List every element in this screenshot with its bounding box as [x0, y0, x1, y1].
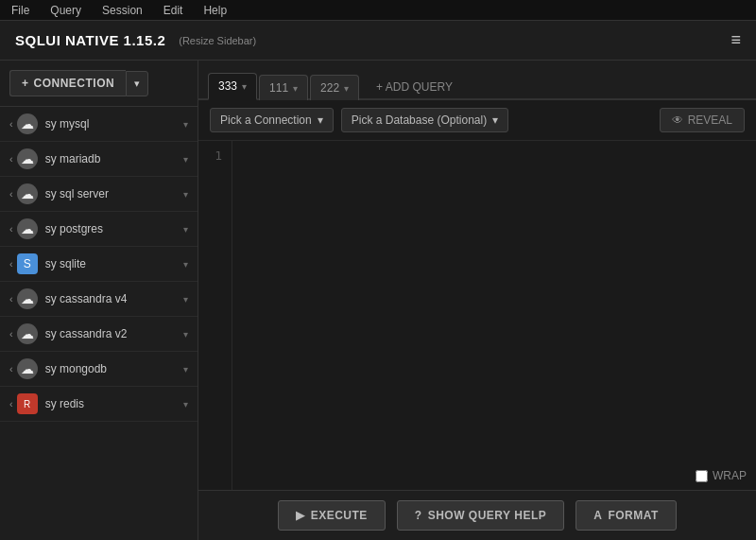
- chevron-icon-cassandrav4: ▾: [183, 294, 188, 305]
- format-icon: A: [593, 509, 602, 522]
- tab-222-label: 222: [320, 81, 339, 95]
- chevron-icon-redis: ▾: [183, 399, 188, 409]
- chevron-icon-mariadb: ▾: [183, 154, 188, 165]
- sidebar-item-cassandrav2[interactable]: ‹ ☁ sy cassandra v2 ▾: [0, 317, 198, 352]
- title-bar: SQLUI NATIVE 1.15.2 (Resize Sidebar) ≡: [0, 21, 756, 61]
- sidebar-item-mysql[interactable]: ‹ ☁ sy mysql ▾: [0, 107, 198, 142]
- connection-dropdown[interactable]: Pick a Connection ▾: [210, 108, 334, 132]
- sidebar-item-postgres[interactable]: ‹ ☁ sy postgres ▾: [0, 212, 198, 247]
- reveal-button[interactable]: 👁 REVEAL: [660, 108, 745, 132]
- sidebar-item-sqlite[interactable]: ‹ S sy sqlite ▾: [0, 247, 198, 282]
- sidebar-item-redis[interactable]: ‹ R sy redis ▾: [0, 387, 198, 422]
- cloud-icon-mariadb: ☁: [17, 148, 38, 169]
- connection-dropdown-label: Pick a Connection: [220, 113, 312, 127]
- show-help-label: SHOW QUERY HELP: [428, 509, 547, 522]
- tab-222[interactable]: 222 ▾: [310, 75, 359, 100]
- sidebar-label-cassandrav4: sy cassandra v4: [45, 292, 183, 305]
- hamburger-icon[interactable]: ≡: [730, 30, 741, 50]
- execute-button[interactable]: ▶ EXECUTE: [278, 500, 386, 531]
- query-area: Pick a Connection ▾ Pick a Database (Opt…: [198, 100, 756, 490]
- sidebar-item-cassandrav4[interactable]: ‹ ☁ sy cassandra v4 ▾: [0, 282, 198, 317]
- tab-111-chevron: ▾: [293, 83, 298, 94]
- sidebar-label-mongodb: sy mongodb: [45, 362, 183, 375]
- tab-111[interactable]: 111 ▾: [259, 75, 308, 100]
- menu-edit[interactable]: Edit: [160, 2, 187, 19]
- database-dropdown-label: Pick a Database (Optional): [352, 113, 487, 127]
- chevron-icon-cassandrav2: ▾: [183, 329, 188, 340]
- plus-icon: +: [22, 77, 29, 90]
- expand-icon-redis: ‹: [9, 398, 13, 409]
- menu-file[interactable]: File: [8, 2, 33, 19]
- connection-dropdown-arrow[interactable]: ▾: [126, 71, 148, 96]
- expand-icon-sqlite: ‹: [9, 258, 13, 270]
- add-query-button[interactable]: + ADD QUERY: [367, 76, 462, 98]
- tab-333-chevron: ▾: [242, 81, 247, 92]
- line-number-1: 1: [208, 148, 222, 163]
- reveal-label: REVEAL: [688, 113, 732, 127]
- connection-button-label: CONNECTION: [34, 77, 115, 90]
- expand-icon-mysql: ‹: [9, 118, 13, 130]
- tab-333[interactable]: 333 ▾: [208, 73, 257, 100]
- sidebar-label-mariadb: sy mariadb: [45, 152, 183, 165]
- resize-sidebar-label[interactable]: (Resize Sidebar): [179, 35, 256, 46]
- sidebar-item-sqlserver[interactable]: ‹ ☁ sy sql server ▾: [0, 177, 198, 212]
- expand-icon-cassandrav2: ‹: [9, 328, 13, 340]
- tab-111-label: 111: [269, 81, 288, 95]
- tab-333-label: 333: [218, 79, 237, 93]
- cloud-icon-mysql: ☁: [17, 113, 38, 134]
- chevron-icon-postgres: ▾: [183, 224, 188, 235]
- editor-area: 1 WRAP: [198, 141, 756, 490]
- database-dropdown[interactable]: Pick a Database (Optional) ▾: [341, 108, 508, 132]
- sidebar-item-mariadb[interactable]: ‹ ☁ sy mariadb ▾: [0, 142, 198, 177]
- sidebar-label-mysql: sy mysql: [45, 117, 183, 131]
- connection-btn-row: + CONNECTION ▾: [0, 61, 198, 107]
- expand-icon-postgres: ‹: [9, 223, 13, 235]
- format-button[interactable]: A FORMAT: [576, 500, 677, 531]
- content-area: 333 ▾ 111 ▾ 222 ▾ + ADD QUERY Pick a Con…: [198, 61, 756, 540]
- menu-query[interactable]: Query: [46, 2, 85, 19]
- connection-button[interactable]: + CONNECTION: [9, 70, 126, 96]
- sidebar-label-sqlserver: sy sql server: [45, 187, 183, 200]
- sidebar-item-mongodb[interactable]: ‹ ☁ sy mongodb ▾: [0, 352, 198, 387]
- sqlite-icon: S: [17, 253, 38, 274]
- execute-icon: ▶: [296, 509, 305, 522]
- connection-dropdown-arrow-icon: ▾: [318, 113, 323, 127]
- wrap-option[interactable]: WRAP: [696, 469, 747, 482]
- wrap-label: WRAP: [713, 469, 747, 482]
- code-editor[interactable]: [232, 141, 756, 490]
- chevron-icon-mongodb: ▾: [183, 364, 188, 375]
- sidebar-label-redis: sy redis: [45, 397, 183, 410]
- cloud-icon-mongodb: ☁: [17, 358, 38, 379]
- sidebar-label-cassandrav2: sy cassandra v2: [45, 327, 183, 340]
- menu-bar: File Query Session Edit Help: [0, 0, 756, 21]
- expand-icon-sqlserver: ‹: [9, 188, 13, 200]
- tab-222-chevron: ▾: [344, 83, 349, 94]
- wrap-checkbox-input[interactable]: [696, 470, 708, 482]
- cloud-icon-cassandrav2: ☁: [17, 323, 38, 344]
- cloud-icon-cassandrav4: ☁: [17, 288, 38, 309]
- database-dropdown-arrow-icon: ▾: [492, 113, 498, 127]
- help-icon: ?: [415, 509, 422, 522]
- show-query-help-button[interactable]: ? SHOW QUERY HELP: [397, 500, 564, 531]
- app-title: SQLUI NATIVE 1.15.2: [15, 32, 165, 48]
- chevron-icon-mysql: ▾: [183, 119, 188, 130]
- tabs-bar: 333 ▾ 111 ▾ 222 ▾ + ADD QUERY: [198, 61, 756, 100]
- chevron-icon-sqlserver: ▾: [183, 189, 188, 200]
- line-numbers: 1: [198, 141, 232, 490]
- expand-icon-mongodb: ‹: [9, 363, 13, 375]
- sidebar: + CONNECTION ▾ ‹ ☁ sy mysql ▾ ‹ ☁ sy mar…: [0, 61, 198, 540]
- sidebar-label-postgres: sy postgres: [45, 222, 183, 235]
- menu-session[interactable]: Session: [98, 2, 146, 19]
- bottom-toolbar: ▶ EXECUTE ? SHOW QUERY HELP A FORMAT: [198, 490, 756, 540]
- query-controls: Pick a Connection ▾ Pick a Database (Opt…: [198, 100, 756, 141]
- reveal-icon: 👁: [672, 113, 683, 127]
- expand-icon-mariadb: ‹: [9, 153, 13, 165]
- execute-label: EXECUTE: [311, 509, 368, 522]
- main-layout: + CONNECTION ▾ ‹ ☁ sy mysql ▾ ‹ ☁ sy mar…: [0, 61, 756, 540]
- chevron-icon-sqlite: ▾: [183, 259, 188, 270]
- cloud-icon-sqlserver: ☁: [17, 183, 38, 204]
- format-label: FORMAT: [608, 509, 658, 522]
- redis-icon: R: [17, 393, 38, 414]
- sidebar-label-sqlite: sy sqlite: [45, 257, 183, 270]
- menu-help[interactable]: Help: [199, 2, 231, 19]
